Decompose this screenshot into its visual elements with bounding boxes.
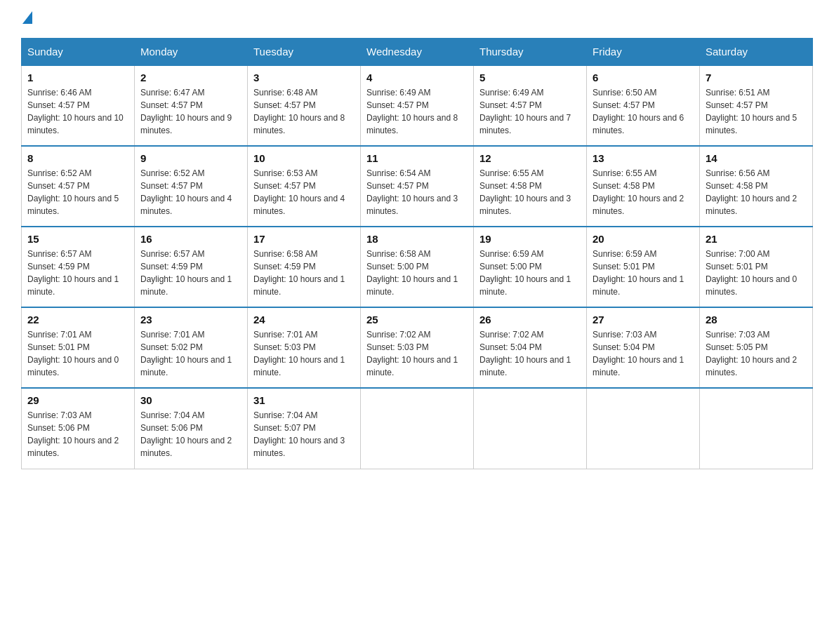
day-number: 18 [366, 233, 468, 245]
calendar-cell: 30Sunrise: 7:04 AMSunset: 5:06 PMDayligh… [135, 388, 248, 469]
calendar-cell: 23Sunrise: 7:01 AMSunset: 5:02 PMDayligh… [135, 307, 248, 388]
day-number: 10 [253, 152, 355, 164]
day-info: Sunrise: 6:58 AMSunset: 5:00 PMDaylight:… [366, 249, 458, 297]
calendar-cell: 10Sunrise: 6:53 AMSunset: 4:57 PMDayligh… [248, 146, 361, 227]
calendar-cell: 9Sunrise: 6:52 AMSunset: 4:57 PMDaylight… [135, 146, 248, 227]
day-info: Sunrise: 6:59 AMSunset: 5:00 PMDaylight:… [479, 249, 571, 297]
day-info: Sunrise: 6:51 AMSunset: 4:57 PMDaylight:… [706, 88, 797, 135]
calendar-cell: 5Sunrise: 6:49 AMSunset: 4:57 PMDaylight… [474, 65, 587, 146]
day-number: 31 [253, 394, 355, 406]
day-number: 30 [140, 394, 241, 406]
day-info: Sunrise: 6:49 AMSunset: 4:57 PMDaylight:… [479, 88, 571, 135]
day-number: 17 [253, 233, 355, 245]
day-info: Sunrise: 7:01 AMSunset: 5:01 PMDaylight:… [27, 330, 119, 377]
column-header-saturday: Saturday [700, 39, 813, 66]
day-info: Sunrise: 7:00 AMSunset: 5:01 PMDaylight:… [706, 249, 797, 297]
day-info: Sunrise: 6:49 AMSunset: 4:57 PMDaylight:… [366, 88, 458, 135]
day-number: 23 [140, 314, 241, 326]
day-info: Sunrise: 7:04 AMSunset: 5:06 PMDaylight:… [140, 410, 232, 458]
calendar-cell: 1Sunrise: 6:46 AMSunset: 4:57 PMDaylight… [22, 65, 135, 146]
day-number: 25 [366, 314, 468, 326]
calendar-cell [587, 388, 700, 469]
day-number: 9 [140, 152, 241, 164]
day-info: Sunrise: 7:03 AMSunset: 5:05 PMDaylight:… [706, 330, 797, 377]
column-header-thursday: Thursday [474, 39, 587, 66]
calendar-week-row: 1Sunrise: 6:46 AMSunset: 4:57 PMDaylight… [22, 65, 813, 146]
calendar-week-row: 22Sunrise: 7:01 AMSunset: 5:01 PMDayligh… [22, 307, 813, 388]
calendar-cell: 21Sunrise: 7:00 AMSunset: 5:01 PMDayligh… [700, 227, 813, 307]
calendar-cell: 15Sunrise: 6:57 AMSunset: 4:59 PMDayligh… [22, 227, 135, 307]
day-info: Sunrise: 6:50 AMSunset: 4:57 PMDaylight:… [593, 88, 684, 135]
column-header-tuesday: Tuesday [248, 39, 361, 66]
calendar-cell: 3Sunrise: 6:48 AMSunset: 4:57 PMDaylight… [248, 65, 361, 146]
calendar-cell: 19Sunrise: 6:59 AMSunset: 5:00 PMDayligh… [474, 227, 587, 307]
day-number: 26 [479, 314, 581, 326]
day-info: Sunrise: 6:46 AMSunset: 4:57 PMDaylight:… [27, 88, 124, 135]
day-info: Sunrise: 6:57 AMSunset: 4:59 PMDaylight:… [140, 249, 232, 297]
calendar-cell [474, 388, 587, 469]
calendar-cell [361, 388, 474, 469]
day-number: 6 [593, 72, 694, 83]
day-number: 5 [479, 72, 581, 83]
logo [21, 14, 32, 24]
day-number: 14 [706, 152, 807, 164]
day-info: Sunrise: 6:57 AMSunset: 4:59 PMDaylight:… [27, 249, 119, 297]
calendar-week-row: 8Sunrise: 6:52 AMSunset: 4:57 PMDaylight… [22, 146, 813, 227]
calendar-cell: 4Sunrise: 6:49 AMSunset: 4:57 PMDaylight… [361, 65, 474, 146]
calendar-cell: 20Sunrise: 6:59 AMSunset: 5:01 PMDayligh… [587, 227, 700, 307]
day-number: 3 [253, 72, 355, 83]
day-info: Sunrise: 7:01 AMSunset: 5:03 PMDaylight:… [253, 330, 345, 377]
day-info: Sunrise: 6:52 AMSunset: 4:57 PMDaylight:… [140, 168, 232, 216]
calendar-cell: 13Sunrise: 6:55 AMSunset: 4:58 PMDayligh… [587, 146, 700, 227]
calendar-cell: 6Sunrise: 6:50 AMSunset: 4:57 PMDaylight… [587, 65, 700, 146]
day-info: Sunrise: 7:02 AMSunset: 5:03 PMDaylight:… [366, 330, 458, 377]
calendar-cell: 16Sunrise: 6:57 AMSunset: 4:59 PMDayligh… [135, 227, 248, 307]
day-info: Sunrise: 7:04 AMSunset: 5:07 PMDaylight:… [253, 410, 345, 458]
day-number: 28 [706, 314, 807, 326]
day-number: 29 [27, 394, 128, 406]
column-header-friday: Friday [587, 39, 700, 66]
day-number: 15 [27, 233, 128, 245]
day-number: 2 [140, 72, 241, 83]
calendar-cell: 8Sunrise: 6:52 AMSunset: 4:57 PMDaylight… [22, 146, 135, 227]
day-info: Sunrise: 6:54 AMSunset: 4:57 PMDaylight:… [366, 168, 458, 216]
day-number: 7 [706, 72, 807, 83]
day-info: Sunrise: 7:02 AMSunset: 5:04 PMDaylight:… [479, 330, 571, 377]
day-number: 13 [593, 152, 694, 164]
calendar-header-row: SundayMondayTuesdayWednesdayThursdayFrid… [22, 39, 813, 66]
calendar-table: SundayMondayTuesdayWednesdayThursdayFrid… [21, 38, 813, 469]
calendar-cell: 28Sunrise: 7:03 AMSunset: 5:05 PMDayligh… [700, 307, 813, 388]
day-info: Sunrise: 6:53 AMSunset: 4:57 PMDaylight:… [253, 168, 345, 216]
calendar-cell: 22Sunrise: 7:01 AMSunset: 5:01 PMDayligh… [22, 307, 135, 388]
day-number: 11 [366, 152, 468, 164]
day-number: 16 [140, 233, 241, 245]
calendar-cell: 12Sunrise: 6:55 AMSunset: 4:58 PMDayligh… [474, 146, 587, 227]
calendar-cell: 31Sunrise: 7:04 AMSunset: 5:07 PMDayligh… [248, 388, 361, 469]
day-info: Sunrise: 6:48 AMSunset: 4:57 PMDaylight:… [253, 88, 345, 135]
day-info: Sunrise: 6:56 AMSunset: 4:58 PMDaylight:… [706, 168, 797, 216]
day-number: 24 [253, 314, 355, 326]
day-number: 19 [479, 233, 581, 245]
calendar-cell: 11Sunrise: 6:54 AMSunset: 4:57 PMDayligh… [361, 146, 474, 227]
calendar-cell: 24Sunrise: 7:01 AMSunset: 5:03 PMDayligh… [248, 307, 361, 388]
day-number: 4 [366, 72, 468, 83]
day-info: Sunrise: 6:52 AMSunset: 4:57 PMDaylight:… [27, 168, 119, 216]
calendar-cell: 2Sunrise: 6:47 AMSunset: 4:57 PMDaylight… [135, 65, 248, 146]
day-number: 8 [27, 152, 128, 164]
day-info: Sunrise: 7:01 AMSunset: 5:02 PMDaylight:… [140, 330, 232, 377]
logo-triangle-icon [22, 11, 32, 24]
calendar-cell: 14Sunrise: 6:56 AMSunset: 4:58 PMDayligh… [700, 146, 813, 227]
day-info: Sunrise: 6:59 AMSunset: 5:01 PMDaylight:… [593, 249, 684, 297]
calendar-cell: 25Sunrise: 7:02 AMSunset: 5:03 PMDayligh… [361, 307, 474, 388]
day-number: 12 [479, 152, 581, 164]
day-number: 22 [27, 314, 128, 326]
calendar-week-row: 15Sunrise: 6:57 AMSunset: 4:59 PMDayligh… [22, 227, 813, 307]
day-info: Sunrise: 6:47 AMSunset: 4:57 PMDaylight:… [140, 88, 232, 135]
column-header-monday: Monday [135, 39, 248, 66]
day-info: Sunrise: 7:03 AMSunset: 5:06 PMDaylight:… [27, 410, 119, 458]
calendar-cell: 18Sunrise: 6:58 AMSunset: 5:00 PMDayligh… [361, 227, 474, 307]
day-number: 21 [706, 233, 807, 245]
calendar-cell: 26Sunrise: 7:02 AMSunset: 5:04 PMDayligh… [474, 307, 587, 388]
day-info: Sunrise: 6:55 AMSunset: 4:58 PMDaylight:… [479, 168, 571, 216]
day-number: 20 [593, 233, 694, 245]
